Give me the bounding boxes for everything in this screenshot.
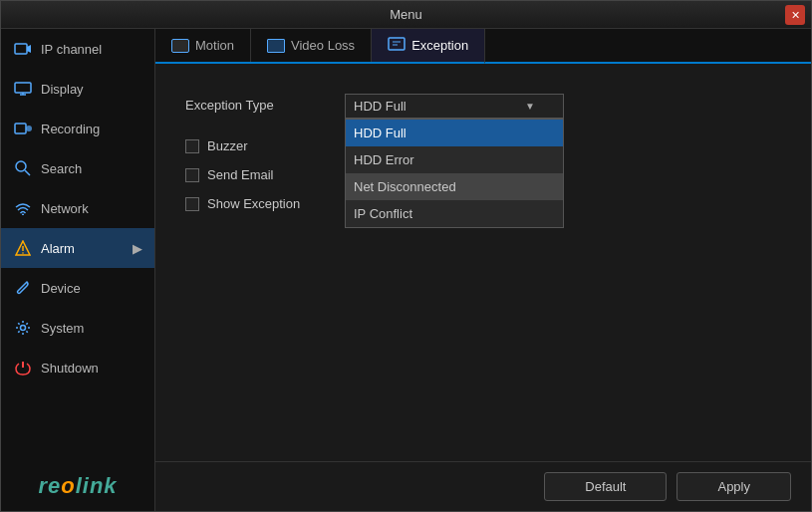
screen-icon: [13, 79, 33, 99]
svg-point-6: [26, 126, 32, 131]
checkbox-buzzer-box[interactable]: [185, 139, 199, 153]
dropdown-selected-value[interactable]: HDD Full ▼: [345, 94, 564, 119]
svg-point-12: [22, 252, 24, 254]
chevron-down-icon: ▼: [525, 101, 535, 112]
sidebar-item-shutdown[interactable]: Shutdown: [1, 348, 154, 387]
sidebar-item-network[interactable]: Network: [1, 188, 154, 228]
sidebar-item-search[interactable]: Search: [1, 148, 154, 188]
dropdown-item-hdd-error[interactable]: HDD Error: [346, 146, 563, 173]
checkbox-show-exception-label: Show Exception: [207, 196, 300, 211]
svg-point-13: [21, 326, 26, 331]
content-area: Motion Video Loss Exception Exception T: [155, 29, 811, 511]
svg-rect-2: [15, 83, 31, 93]
tab-exception[interactable]: Exception: [372, 29, 485, 64]
sidebar-item-ip-channel[interactable]: IP channel: [1, 29, 154, 69]
sidebar-item-system[interactable]: System: [1, 308, 154, 348]
sidebar-item-label: Network: [41, 201, 89, 216]
chevron-right-icon: ▶: [133, 241, 142, 256]
checkbox-send-email-box[interactable]: [185, 168, 199, 182]
svg-point-7: [16, 161, 26, 171]
warning-icon: [13, 238, 33, 258]
gear-icon: [13, 318, 33, 338]
tab-label: Exception: [411, 38, 468, 53]
dropdown-item-ip-conflict[interactable]: IP Conflict: [346, 200, 563, 227]
sidebar-logo: reolink: [1, 461, 154, 511]
sidebar-item-alarm[interactable]: Alarm ▶: [1, 228, 154, 268]
sidebar-item-device[interactable]: Device: [1, 268, 154, 308]
sidebar-item-recording[interactable]: Recording: [1, 109, 154, 148]
close-button[interactable]: ✕: [785, 5, 805, 25]
checkbox-show-exception-box[interactable]: [185, 197, 199, 211]
exception-tab-icon: [388, 37, 406, 54]
apply-button[interactable]: Apply: [677, 472, 791, 501]
camera-icon: [13, 39, 33, 59]
title-bar: Menu ✕: [1, 1, 811, 29]
sidebar-item-label: System: [41, 321, 84, 336]
svg-rect-5: [15, 124, 26, 133]
sidebar-item-label: IP channel: [41, 42, 102, 57]
power-icon: [13, 358, 33, 378]
sidebar-item-label: Display: [41, 82, 84, 97]
tab-motion[interactable]: Motion: [155, 29, 251, 62]
checkbox-buzzer-label: Buzzer: [207, 138, 247, 153]
dropdown-item-net-disconnected[interactable]: Net Disconnected: [346, 173, 563, 200]
tab-bar: Motion Video Loss Exception: [155, 29, 811, 64]
sidebar: IP channel Display Recording: [1, 29, 155, 511]
sidebar-item-label: Recording: [41, 122, 100, 136]
window-title: Menu: [390, 7, 422, 22]
main-window: Menu ✕ IP channel Display: [0, 0, 812, 512]
svg-rect-14: [389, 38, 405, 50]
dropdown-item-hdd-full[interactable]: HDD Full: [346, 120, 563, 146]
recording-icon: [13, 119, 33, 138]
default-button[interactable]: Default: [544, 472, 667, 501]
svg-rect-0: [15, 44, 27, 54]
svg-point-9: [22, 214, 24, 216]
exception-type-control: HDD Full ▼ HDD Full HDD Error Net Discon…: [345, 94, 781, 119]
wrench-icon: [13, 278, 33, 298]
checkbox-send-email-label: Send Email: [207, 167, 273, 182]
sidebar-item-display[interactable]: Display: [1, 69, 154, 109]
exception-type-dropdown[interactable]: HDD Full ▼ HDD Full HDD Error Net Discon…: [345, 94, 564, 119]
footer: Default Apply: [155, 461, 811, 511]
tab-label: Motion: [195, 38, 234, 53]
video-loss-tab-icon: [267, 39, 285, 53]
exception-type-group: Exception Type HDD Full ▼ HDD Full HDD E…: [185, 94, 781, 119]
brand-logo: reolink: [38, 473, 117, 499]
sidebar-item-label: Search: [41, 161, 82, 176]
sidebar-item-label: Shutdown: [41, 361, 99, 376]
sidebar-item-label: Device: [41, 281, 81, 296]
tab-video-loss[interactable]: Video Loss: [251, 29, 372, 62]
exception-type-label: Exception Type: [185, 94, 345, 113]
motion-tab-icon: [171, 39, 189, 53]
dropdown-list: HDD Full HDD Error Net Disconnected IP C…: [345, 119, 564, 228]
wifi-icon: [13, 198, 33, 218]
search-icon: [13, 158, 33, 178]
content-panel: Exception Type HDD Full ▼ HDD Full HDD E…: [155, 64, 811, 461]
sidebar-item-label: Alarm: [41, 241, 75, 256]
tab-label: Video Loss: [291, 38, 355, 53]
svg-line-8: [25, 170, 30, 175]
